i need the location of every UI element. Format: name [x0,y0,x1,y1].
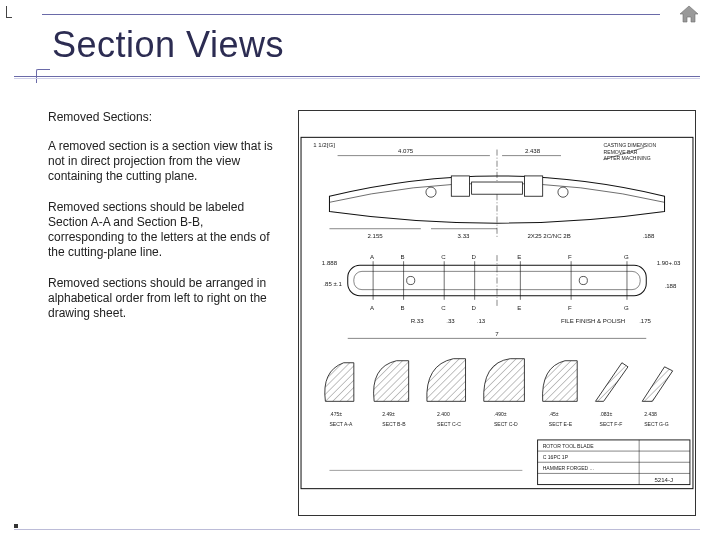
svg-rect-3 [524,176,542,196]
top-view: 4.075 2.438 1 1/2[G] CASTING DIMENSION R… [313,141,664,238]
dim-85: .85 ±.1 [323,280,342,287]
section [543,361,578,402]
tb-sheet: 5214-J [654,476,673,483]
paragraph-1: A removed section is a section view that… [48,139,280,184]
svg-text:B: B [401,304,405,311]
note-file: FILE FINISH & POLISH [561,317,625,324]
svg-text:F: F [568,304,572,311]
sec-lab-c: SECT C-C [437,421,461,427]
tb-mat: C 16PC 1P [543,454,569,460]
title-block: ROTOR TOOL BLADE C 16PC 1P HAMMER FORGED… [538,440,690,485]
svg-rect-2 [451,176,469,196]
dim-1888: 1.888 [322,259,338,266]
drawing-figure: 4.075 2.438 1 1/2[G] CASTING DIMENSION R… [298,110,696,516]
dim-188: .188 [643,232,655,239]
dim-ll: 2.155 [368,232,384,239]
sec-lab-g: SECT G-G [644,421,668,427]
title-divider-shadow [14,78,700,79]
dim-175: .175 [639,317,651,324]
sec-d-a: .475± [329,411,342,417]
svg-text:D: D [472,253,477,260]
tb-proc: HAMMER FORGED ... [543,465,594,471]
svg-text:C: C [441,253,446,260]
title-divider [14,76,700,77]
subheading: Removed Sections: [48,110,280,125]
svg-text:A: A [370,253,375,260]
home-icon[interactable] [678,4,700,24]
corner-tick [6,6,12,18]
svg-text:D: D [472,304,477,311]
profile-view: AA BB CC DD EE FF GG [322,253,681,338]
footer-divider [14,529,700,530]
svg-text:G: G [624,304,629,311]
note-right-3: AFTER MACHINING [604,155,651,161]
svg-text:B: B [401,253,405,260]
sec-lab-f: SECT F-F [600,421,623,427]
sections-row: SECT A-A SECT B-B SECT C-C SECT C-D SECT… [325,359,673,427]
sec-lab-d: SECT C-D [494,421,518,427]
sec-d-b: 2.49± [382,411,395,417]
dim-7: 7 [495,330,499,337]
tb-part: ROTOR TOOL BLADE [543,443,595,449]
section [642,367,672,402]
dim-r33: R.33 [411,317,424,324]
dim-top: 4.075 [398,147,414,154]
svg-text:A: A [370,304,375,311]
svg-text:C: C [441,304,446,311]
section [484,359,525,402]
hole-note: 2X25 2C/NC 2B [527,232,570,239]
sec-d-g: 2.438 [644,411,657,417]
svg-text:F: F [568,253,572,260]
section [374,361,409,402]
section [325,363,354,402]
sec-lab-b: SECT B-B [382,421,406,427]
svg-text:E: E [517,253,521,260]
page-title: Section Views [52,24,700,66]
caption-tl: 1 1/2[G] [313,141,335,148]
sec-lab-a: SECT A-A [329,421,353,427]
section [427,359,466,402]
svg-text:E: E [517,304,521,311]
sec-lab-e: SECT E-E [549,421,573,427]
sec-d-c: 2.400 [437,411,450,417]
corner-dot [14,524,18,528]
sec-d-e: .45± [549,411,559,417]
svg-text:G: G [624,253,629,260]
drawing-svg: 4.075 2.438 1 1/2[G] CASTING DIMENSION R… [299,111,695,515]
dim-188-2: .188 [665,282,677,289]
section [595,363,627,402]
paragraph-3: Removed sections should be arranged in a… [48,276,280,321]
body-text: Removed Sections: A removed section is a… [48,110,280,516]
sec-d-d: .490± [494,411,507,417]
dim-lm: 3.33 [458,232,470,239]
top-divider [42,14,660,15]
dim-13: .13 [477,317,486,324]
dim-190: 1.90+.03 [657,259,681,266]
dim-remove: 2.438 [525,147,541,154]
svg-rect-4 [472,182,523,194]
dim-33: .33 [446,317,455,324]
paragraph-2: Removed sections should be labeled Secti… [48,200,280,260]
sec-d-f: .083± [600,411,613,417]
